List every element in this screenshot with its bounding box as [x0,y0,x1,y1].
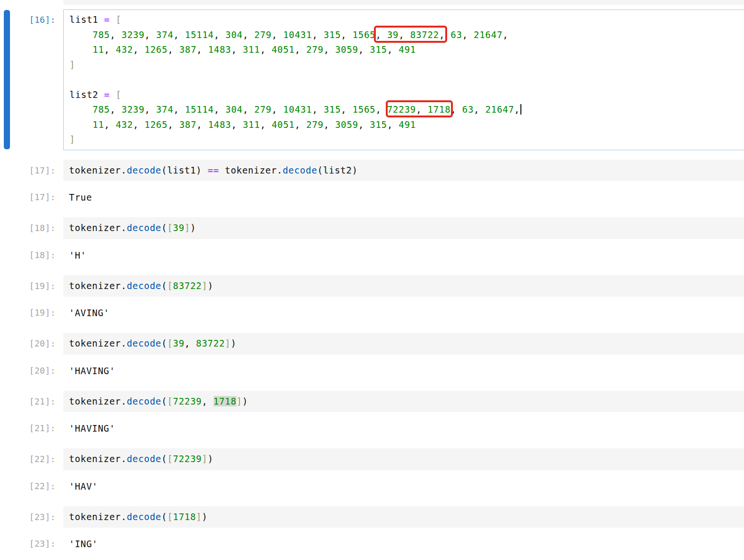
code-token: ] [236,396,242,406]
code-token: 279 [255,29,272,40]
code-token [445,29,450,40]
code-token: ( [161,280,167,291]
code-token: 83722 [196,338,225,348]
code-token: 1483 [208,119,231,130]
code-token: 11 [93,44,104,55]
code-editor[interactable]: tokenizer.decode([1718]) [63,506,744,528]
cell-input-area: [16]:list1 = [ 785, 3239, 374, 15114, 30… [0,10,744,150]
code-editor[interactable]: tokenizer.decode([39]) [63,217,744,239]
annotation-red-box: , 39, 83722, [375,29,445,40]
code-editor[interactable]: tokenizer.decode([72239, 1718]) [63,391,744,413]
code-token: ( [161,396,167,406]
cell-output-area: [17]:True [0,190,744,204]
code-token: , [474,104,485,115]
code-token: ( [317,165,323,175]
code-token: [ [167,338,173,348]
code-token: ) [207,454,213,464]
code-token: , [341,29,352,40]
code-token: 1565 [352,29,376,40]
code-cell-18: [18]:tokenizer.decode([39])[18]:'H' [0,217,744,262]
code-token: , [312,104,323,115]
input-prompt: [19]: [0,275,63,297]
code-token: , [110,104,121,115]
code-token: decode [127,338,161,348]
code-token: ) [190,222,196,233]
output-prompt: [23]: [0,537,63,551]
code-token: 387 [179,44,196,55]
code-token: , [133,44,145,55]
code-token [69,29,93,40]
code-token: , [104,44,116,55]
code-token: 311 [243,119,260,130]
code-line: tokenizer.decode([1718]) [69,510,744,525]
output-text: True [63,190,92,204]
code-editor[interactable]: list1 = [ 785, 3239, 374, 15114, 304, 27… [63,10,744,150]
code-token: , [387,119,399,130]
code-token: [ [167,222,173,233]
code-token [98,89,104,100]
code-editor[interactable]: tokenizer.decode([72239]) [63,448,744,470]
code-token: ( [161,165,167,175]
code-token: , [375,29,381,40]
code-line: 11, 432, 1265, 387, 1483, 311, 4051, 279… [69,117,744,133]
code-token: , [272,29,283,40]
code-editor[interactable]: tokenizer.decode([39, 83722]) [63,333,744,355]
cell-input-area: [20]:tokenizer.decode([39, 83722]) [0,333,744,355]
code-line: tokenizer.decode([72239]) [69,452,744,467]
code-token: 1483 [208,44,231,55]
code-editor[interactable]: tokenizer.decode([83722]) [63,275,744,297]
code-cell-21: [21]:tokenizer.decode([72239, 1718])[21]… [0,391,744,436]
code-token: 72239 [173,396,202,406]
code-token: 15114 [185,104,214,115]
code-token: decode [127,280,161,291]
code-token: [ [116,89,121,100]
code-token: , [514,104,520,115]
code-token: , [243,29,254,40]
input-prompt: [21]: [0,391,63,413]
code-token: decode [127,396,161,406]
code-token: 83722 [173,280,202,291]
code-token: [ [116,14,121,25]
cell-output-area: [23]:'ING' [0,537,744,551]
code-token: 1718 [173,512,196,522]
code-token: tokenizer [69,512,121,522]
cell-output-area: [21]:'HAVING' [0,421,744,435]
code-token: 1718 [428,104,451,115]
code-token: , [312,29,323,40]
output-text: 'HAV' [63,479,98,493]
code-token: ) [352,165,358,175]
code-token [69,119,93,130]
code-token: , [323,119,335,130]
code-token: 374 [156,29,173,40]
code-token: , [110,29,121,40]
code-token: , [167,44,179,55]
code-editor[interactable]: tokenizer.decode(list1) == tokenizer.dec… [63,160,744,182]
code-token: 279 [255,104,272,115]
code-token: 39 [387,29,399,40]
code-line: ] [69,58,744,73]
code-token: 432 [116,119,133,130]
code-token: , [260,119,272,130]
code-token: decode [127,512,161,522]
code-cell-23: [23]:tokenizer.decode([1718])[23]:'ING' [0,506,744,551]
code-token: 72239 [387,104,416,115]
output-prompt: [22]: [0,479,63,493]
code-token: , [260,44,272,55]
code-token: 785 [93,29,110,40]
cell-input-area: [17]:tokenizer.decode(list1) == tokenize… [0,160,744,182]
code-line: tokenizer.decode([39, 83722]) [69,336,744,351]
code-token [69,104,93,115]
input-prompt: [18]: [0,217,63,239]
code-token: list1 [69,14,98,25]
code-token: 785 [93,104,110,115]
output-prompt: [19]: [0,306,63,320]
code-token: 491 [399,44,416,55]
code-token: . [121,165,127,175]
code-token: , [387,44,399,55]
previous-cell-editor-partial[interactable] [63,0,744,5]
code-line: tokenizer.decode([83722]) [69,279,744,294]
code-line [69,72,744,87]
code-token: [ [167,396,173,406]
output-text: 'H' [63,248,86,262]
code-token [382,29,387,40]
